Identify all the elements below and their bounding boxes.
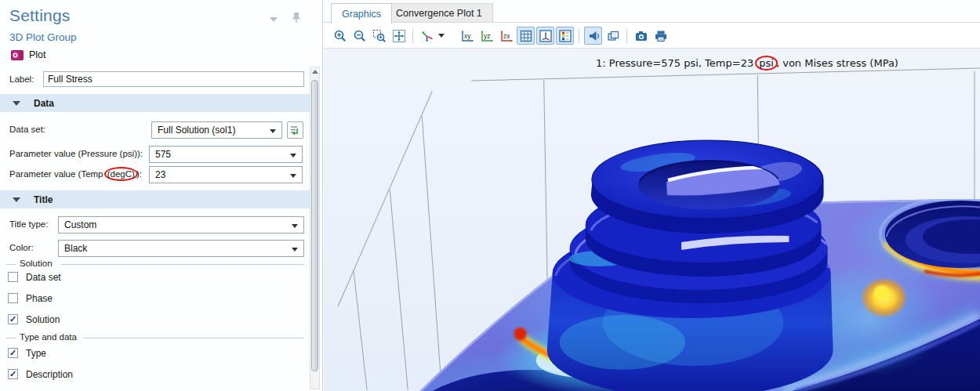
panel-menu-caret-icon[interactable] [270,17,278,22]
printer-icon [654,29,668,43]
comsol-window: Settings 3D Plot Group Plot Label: Data … [0,0,980,391]
title-section-header[interactable]: Title [0,190,310,208]
label-input[interactable] [43,71,304,87]
group-separator-line [6,338,16,339]
type-checkbox-label: Type [26,348,46,359]
scene-light-button[interactable] [584,27,602,45]
psi-highlight-circle: psi [755,56,778,71]
svg-text:xy: xy [464,32,471,40]
camera-icon [634,29,648,43]
pressure-param-label: Parameter value (Pressure (psi)): [9,149,143,158]
transparency-button[interactable] [604,27,622,45]
go-to-default-view-button[interactable] [418,27,436,45]
zoom-box-button[interactable] [370,27,388,45]
plot-canvas[interactable]: 1: Pressure=575 psi, Temp=23 psi, von Mi… [324,49,980,391]
tab-graphics[interactable]: Graphics [331,3,392,24]
grid-icon [519,29,533,43]
pressure-param-dropdown[interactable]: 575 [149,146,303,163]
graphics-panel: Graphics Convergence Plot 1 [324,0,980,391]
phase-checkbox-label: Phase [26,293,53,304]
title-type-label: Title type: [9,219,48,229]
graphics-toolbar: xy yz zx [324,24,980,49]
scroll-up-arrow-icon[interactable] [312,70,318,74]
show-color-legend-button[interactable] [556,27,574,45]
threaded-boss [547,140,833,391]
phase-checkbox[interactable] [8,293,18,303]
collapse-triangle-icon [13,197,20,202]
data-set-checkbox[interactable] [8,272,18,282]
view-dropdown-caret-icon[interactable] [438,34,445,38]
show-axis-orientation-button[interactable] [536,27,554,45]
zoom-out-icon [353,29,367,43]
show-grid-button[interactable] [517,27,535,45]
print-button[interactable] [652,27,670,45]
zoom-in-icon [333,29,347,43]
feature-type-label: 3D Plot Group [9,31,77,43]
collapse-triangle-icon [13,101,20,106]
yz-view-icon: yz [479,29,495,43]
settings-panel-title: Settings [9,6,70,25]
go-to-zx-view-button[interactable]: zx [497,27,515,45]
zoom-out-button[interactable] [350,27,368,45]
label-field-label: Label: [9,74,34,84]
zoom-in-button[interactable] [331,27,349,45]
zoom-extents-button[interactable] [390,27,408,45]
plot-button-label: Plot [29,49,46,60]
image-snapshot-button[interactable] [632,27,650,45]
group-separator-line [6,264,16,265]
zoom-extents-icon [392,29,406,43]
graphics-tabbar: Graphics Convergence Plot 1 [324,0,980,23]
solution-checkbox[interactable] [8,314,18,324]
group-separator-line [83,338,304,339]
svg-text:yz: yz [484,32,491,40]
plot-button[interactable]: Plot [8,48,49,62]
data-set-dropdown[interactable]: Full Solution (sol1) [151,121,282,139]
svg-text:zx: zx [503,32,510,40]
go-to-yz-view-button[interactable]: yz [477,27,495,45]
description-checkbox[interactable] [8,369,18,379]
toolbar-separator [579,29,579,43]
zx-view-icon: zx [499,29,514,43]
plot-title: 1: Pressure=575 psi, Temp=23 psi, von Mi… [596,56,898,71]
settings-scrollbar[interactable] [310,67,320,389]
pin-icon[interactable] [292,12,301,24]
plot-icon [11,50,24,60]
zoom-box-icon [372,29,387,43]
axis-orientation-icon [539,29,553,43]
type-checkbox[interactable] [8,348,18,358]
scrollbar-thumb[interactable] [311,80,318,371]
solution-checkbox-label: Solution [26,314,60,325]
transparency-icon [606,29,620,43]
solution-group-label: Solution [20,259,53,268]
go-to-source-button[interactable] [287,121,303,139]
type-and-data-group-label: Type and data [20,332,77,342]
data-set-checkbox-label: Data set [26,272,61,283]
degc-highlight-circle: (degC) [104,167,138,181]
group-separator-line [61,264,304,265]
temp-param-dropdown[interactable]: 23 [149,166,303,183]
data-section-header[interactable]: Data [0,94,310,112]
temp-param-label: Parameter value (Temp (degC)): [9,169,142,179]
title-color-label: Color: [9,243,34,252]
title-color-dropdown[interactable]: Black [58,240,304,257]
toolbar-separator [412,29,413,43]
go-to-xy-view-button[interactable]: xy [458,27,476,45]
xy-view-icon: xy [459,29,475,43]
go-to-source-icon [289,125,301,136]
settings-panel: Settings 3D Plot Group Plot Label: Data … [0,0,323,391]
scene-light-icon [586,29,601,43]
von-mises-3d-scene [324,49,980,391]
color-legend-icon [558,29,572,43]
tab-convergence-plot-1[interactable]: Convergence Plot 1 [385,3,493,23]
axis-triad-icon [420,29,434,43]
title-type-dropdown[interactable]: Custom [58,216,304,234]
data-set-label: Data set: [9,125,45,134]
toolbar-separator [626,29,627,43]
description-checkbox-label: Description [26,369,73,380]
